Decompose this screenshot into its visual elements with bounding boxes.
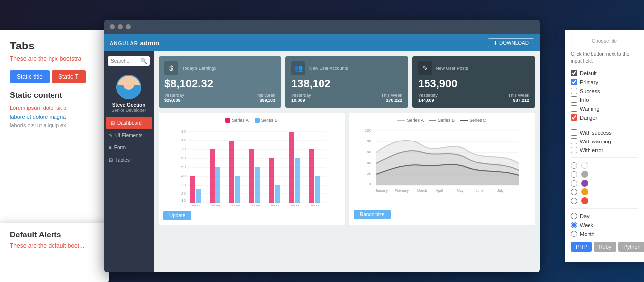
svg-text:January: January <box>376 189 388 193</box>
svg-text:July: July <box>497 189 504 193</box>
charts-row: Series A Series B 90 80 70 60 50 <box>159 113 535 225</box>
radio-yellow[interactable] <box>571 189 577 195</box>
ui-icon: ✎ <box>109 133 113 138</box>
svg-rect-28 <box>289 132 294 203</box>
search-container: 🔍 <box>108 56 150 66</box>
radio-gray[interactable] <box>571 171 577 178</box>
svg-text:May: May <box>457 189 464 193</box>
svg-text:2011: 2011 <box>291 204 300 206</box>
svg-text:2006: 2006 <box>192 204 201 206</box>
sidebar-item-ui-elements[interactable]: ✎ UI Elements <box>104 129 154 141</box>
alerts-subtitle: These are the default boot... <box>10 242 99 249</box>
radio-white[interactable] <box>571 162 577 169</box>
legend-dot-b <box>255 118 260 123</box>
user-name: Steve Gection <box>104 102 154 108</box>
user-role: Senior Developer <box>104 108 154 113</box>
cb-danger[interactable] <box>571 114 577 121</box>
checkbox-primary: Primary <box>571 79 638 85</box>
divider-2 <box>571 157 638 158</box>
radio-purple[interactable] <box>571 180 577 187</box>
gray-dot <box>581 171 588 178</box>
line-chart-legend: Series A Series B Series C <box>354 118 530 123</box>
legend-series-a: Series A <box>225 118 249 123</box>
stat-card-header-2: 👥 New User Accounts <box>291 61 402 75</box>
cb-warning[interactable] <box>571 105 577 112</box>
earnings-value: $8,102.32 <box>164 77 275 90</box>
legend-series-b: Series B <box>255 118 278 123</box>
svg-rect-23 <box>235 176 240 203</box>
sidebar-item-tables[interactable]: ⊟ Tables <box>104 154 154 166</box>
red-dot <box>581 197 588 204</box>
bar-chart-legend: Series A Series B <box>163 118 340 123</box>
checkbox-info: Info <box>571 96 638 103</box>
users-value: 138,102 <box>291 77 402 90</box>
cb-success[interactable] <box>571 88 577 94</box>
svg-rect-30 <box>309 149 314 203</box>
users-icon: 👥 <box>291 61 305 75</box>
line-chart-svg: 100 80 60 40 20 0 <box>354 126 530 205</box>
svg-rect-24 <box>249 149 254 203</box>
lang-ruby[interactable]: Ruby <box>594 242 617 252</box>
users-label: New User Accounts <box>309 66 348 71</box>
white-dot <box>581 162 588 169</box>
alerts-title: Default Alerts <box>10 231 99 239</box>
divider-1 <box>571 125 638 125</box>
update-button[interactable]: Update <box>163 211 191 220</box>
panel-hint: Click the button next to the input field… <box>571 51 638 65</box>
with-warning: With warning <box>571 138 638 144</box>
with-error: With error <box>571 147 638 153</box>
checkbox-danger: Danger <box>571 114 638 121</box>
stat-card-header-1: $ Today's Earnings <box>164 61 275 75</box>
radio-red[interactable] <box>571 198 577 204</box>
tab-static-t[interactable]: Static T <box>52 70 85 83</box>
main-content: $ Today's Earnings $8,102.32 Yesterday $… <box>154 51 540 272</box>
radio-day: Day <box>571 213 638 219</box>
svg-rect-21 <box>215 167 220 203</box>
bar-chart-svg: 90 80 70 60 50 40 30 20 10 <box>163 127 340 206</box>
download-button[interactable]: ⬇ DOWNLOAD <box>488 38 534 47</box>
svg-rect-22 <box>229 141 234 203</box>
svg-text:2007: 2007 <box>212 204 220 206</box>
period-week[interactable] <box>571 222 577 228</box>
main-window: ANGULAR admin ⬇ DOWNLOAD 🔍 Steve Gection… <box>104 20 540 272</box>
earnings-label: Today's Earnings <box>182 66 216 71</box>
period-day[interactable] <box>571 213 577 219</box>
svg-rect-18 <box>190 176 195 203</box>
form-icon: ≡ <box>109 145 112 150</box>
divider-3 <box>571 208 638 209</box>
tab-buttons: Static title Static T <box>10 70 99 83</box>
cb-default[interactable] <box>571 70 577 76</box>
color-radio-row-3 <box>571 180 638 187</box>
dashboard-body: 🔍 Steve Gection Senior Developer ⊞ Dashb… <box>104 51 540 272</box>
svg-text:10: 10 <box>181 198 186 203</box>
svg-text:2009: 2009 <box>251 204 260 206</box>
with-success: With success <box>571 129 638 136</box>
cb-with-warning[interactable] <box>571 138 577 144</box>
line-a-indicator <box>397 120 405 121</box>
yellow-dot <box>581 188 588 195</box>
search-input[interactable] <box>111 58 138 64</box>
period-month[interactable] <box>571 231 577 237</box>
cb-with-error[interactable] <box>571 147 577 153</box>
randomize-button[interactable]: Randomize <box>354 210 391 219</box>
color-radio-row-2 <box>571 171 638 178</box>
lang-php[interactable]: PHP <box>571 242 592 252</box>
line-b-indicator <box>429 120 436 121</box>
file-chooser[interactable]: Choose file <box>571 36 638 46</box>
checkbox-default: Default <box>571 70 638 76</box>
sidebar-item-form[interactable]: ≡ Form <box>104 141 154 154</box>
cb-primary[interactable] <box>571 79 577 85</box>
svg-text:40: 40 <box>181 174 186 178</box>
svg-text:100: 100 <box>365 128 372 133</box>
legend-dot-a <box>225 118 230 123</box>
stat-card-posts: ✎ New User Posts 153,900 Yesterday 144,0… <box>412 56 535 108</box>
navbar-brand: ANGULAR admin <box>110 39 159 47</box>
lang-python[interactable]: Python <box>618 242 644 252</box>
tab-static-title[interactable]: Static title <box>10 70 50 83</box>
sidebar-item-dashboard[interactable]: ⊞ Dashboard <box>106 117 152 129</box>
bottom-left-panel: Default Alerts These are the default boo… <box>0 223 109 282</box>
cb-info[interactable] <box>571 96 577 103</box>
cb-with-success[interactable] <box>571 129 577 136</box>
stat-card-earnings: $ Today's Earnings $8,102.32 Yesterday $… <box>159 56 281 108</box>
posts-icon: ✎ <box>418 61 432 75</box>
